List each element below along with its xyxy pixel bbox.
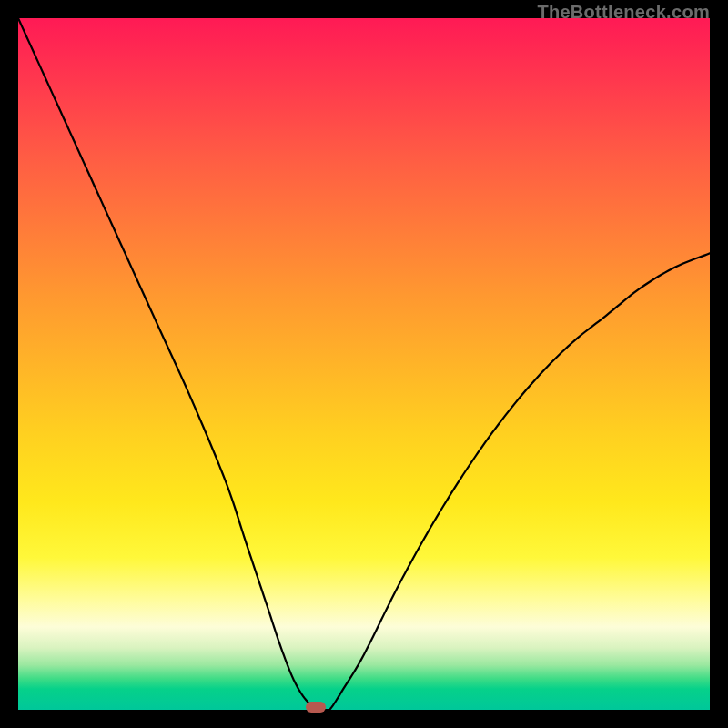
optimal-marker bbox=[306, 702, 326, 713]
chart-frame: TheBottleneck.com bbox=[0, 0, 728, 728]
chart-background-gradient bbox=[18, 18, 710, 710]
watermark-text: TheBottleneck.com bbox=[537, 2, 710, 23]
